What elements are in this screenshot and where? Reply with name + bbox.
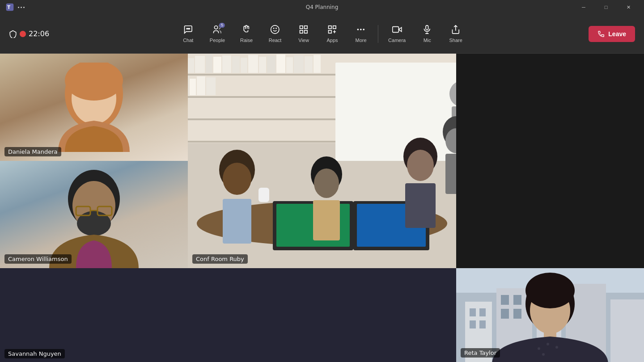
camera-icon [392, 25, 402, 36]
svg-rect-61 [335, 63, 456, 161]
window-title: Q4 Planning [306, 4, 339, 10]
svg-point-3 [188, 28, 189, 29]
chat-button[interactable]: Chat [175, 21, 202, 46]
leave-phone-icon [597, 30, 605, 38]
svg-rect-59 [197, 76, 205, 95]
svg-rect-54 [314, 55, 321, 73]
maximize-button[interactable]: □ [596, 0, 616, 14]
menu-dots[interactable] [18, 7, 25, 8]
view-label: View [298, 38, 309, 43]
svg-rect-43 [213, 57, 221, 73]
svg-rect-51 [286, 57, 293, 73]
recording-indicator [20, 31, 26, 37]
svg-rect-93 [610, 299, 644, 362]
svg-rect-53 [305, 56, 313, 73]
svg-point-71 [223, 163, 251, 195]
react-icon [270, 25, 280, 36]
share-label: Share [449, 38, 462, 43]
people-button[interactable]: 5 People [203, 21, 231, 46]
svg-rect-96 [470, 320, 476, 328]
svg-rect-58 [190, 79, 196, 95]
raise-icon [242, 25, 251, 36]
window-controls[interactable]: ─ □ ✕ [573, 0, 639, 14]
mic-label: Mic [424, 38, 431, 43]
apps-label: Apps [327, 38, 338, 43]
cameron-video-person [31, 170, 157, 268]
leave-label: Leave [608, 30, 626, 38]
more-icon [356, 25, 366, 36]
svg-point-2 [186, 28, 187, 29]
svg-rect-9 [300, 26, 303, 29]
svg-point-106 [538, 347, 540, 350]
svg-rect-42 [206, 55, 212, 73]
svg-point-78 [314, 168, 339, 198]
savannah-label-container: Savannah Nguyen [4, 349, 65, 358]
leave-button[interactable]: Leave [589, 26, 635, 42]
react-button[interactable]: React [262, 21, 288, 46]
svg-rect-46 [241, 58, 247, 73]
toolbar-left: 22:06 [9, 29, 49, 38]
svg-point-75 [407, 150, 434, 181]
toolbar-divider [378, 25, 378, 43]
more-button[interactable]: More [347, 21, 374, 46]
share-icon [451, 25, 461, 36]
video-cell-reta: Reta Taylor [456, 268, 644, 362]
share-button[interactable]: Share [442, 21, 469, 46]
conf-room-scene [188, 54, 456, 268]
people-icon: 5 [212, 25, 222, 36]
raise-button[interactable]: Raise [233, 21, 260, 46]
svg-rect-49 [267, 56, 275, 73]
svg-rect-73 [258, 188, 269, 202]
svg-rect-15 [329, 30, 331, 33]
video-cell-daniela: Daniela Mandera [0, 54, 188, 161]
camera-button[interactable]: Camera [382, 21, 412, 46]
svg-rect-12 [305, 30, 307, 33]
empty-cell-top-right [456, 54, 644, 268]
svg-rect-100 [501, 309, 509, 319]
view-icon [299, 25, 309, 36]
video-cell-savannah: Savannah Nguyen [0, 268, 456, 362]
people-badge: 5 [219, 23, 225, 28]
svg-rect-52 [294, 55, 304, 73]
svg-rect-13 [329, 26, 331, 29]
svg-text:T: T [7, 5, 10, 10]
svg-rect-99 [513, 295, 521, 305]
close-button[interactable]: ✕ [618, 0, 639, 14]
toolbar-center: Chat 5 People Raise [175, 21, 469, 46]
svg-rect-95 [479, 308, 486, 316]
raise-label: Raise [240, 38, 253, 43]
svg-rect-10 [305, 26, 307, 29]
svg-rect-40 [188, 58, 194, 73]
cameron-label: Cameron Williamson [4, 254, 72, 264]
svg-rect-47 [248, 55, 258, 73]
svg-point-104 [525, 273, 575, 308]
daniela-video-person [36, 63, 152, 161]
svg-point-6 [271, 25, 279, 34]
svg-point-18 [363, 29, 365, 30]
svg-rect-72 [223, 199, 251, 244]
svg-rect-41 [195, 56, 205, 73]
conf-room-label: Conf Room Ruby [192, 254, 248, 264]
react-label: React [269, 38, 282, 43]
svg-rect-101 [513, 309, 521, 319]
call-timer: 22:06 [29, 29, 49, 38]
svg-rect-45 [232, 56, 240, 73]
camera-label: Camera [388, 38, 406, 43]
svg-rect-50 [276, 55, 285, 73]
video-grid: Daniela Mandera Cameron Williamson [0, 54, 644, 362]
svg-point-16 [357, 29, 359, 30]
title-bar-left: T [5, 3, 25, 12]
apps-icon [327, 25, 337, 36]
svg-rect-76 [405, 183, 436, 228]
reta-label: Reta Taylor [461, 348, 500, 358]
mic-button[interactable]: Mic [414, 21, 441, 46]
minimize-button[interactable]: ─ [573, 0, 594, 14]
svg-rect-98 [501, 295, 509, 305]
svg-rect-97 [479, 320, 486, 328]
teams-logo-icon: T [5, 3, 14, 12]
svg-rect-60 [206, 77, 216, 95]
svg-rect-79 [313, 200, 340, 240]
apps-button[interactable]: Apps [319, 21, 346, 46]
svg-rect-11 [300, 30, 303, 33]
view-button[interactable]: View [290, 21, 317, 46]
